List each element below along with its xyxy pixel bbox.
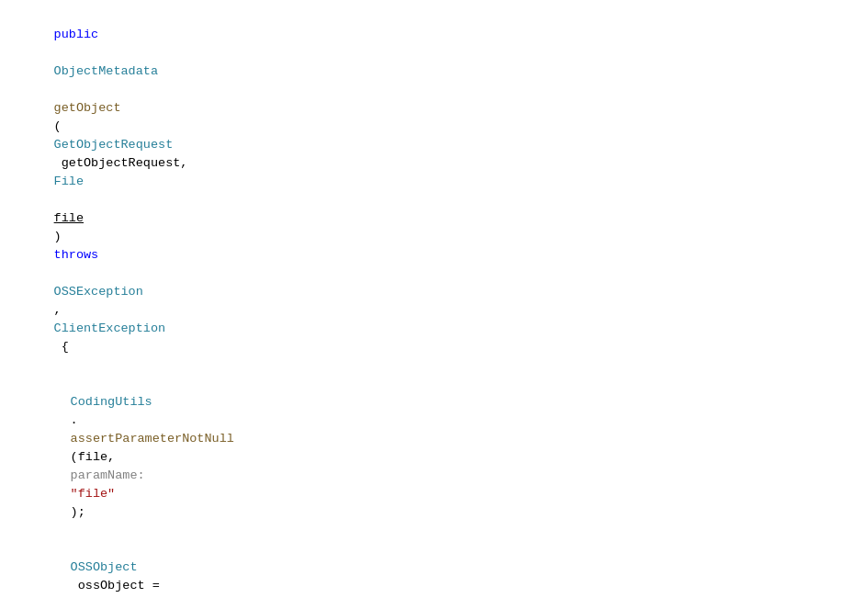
keyword-throws: throws: [54, 248, 99, 262]
type-objectmetadata: ObjectMetadata: [54, 64, 158, 78]
type-file: File: [54, 175, 84, 188]
type-clientexception: ClientException: [54, 322, 166, 335]
code-line-1: public ObjectMetadata getObject ( GetObj…: [0, 7, 868, 375]
param-file: file: [54, 211, 84, 225]
type-codingutils: CodingUtils: [71, 395, 152, 409]
code-viewer: public ObjectMetadata getObject ( GetObj…: [0, 0, 868, 598]
method-getobject: getObject: [54, 101, 121, 115]
method-assertparameter: assertParameterNotNull: [71, 432, 234, 446]
string-file: "file": [71, 487, 116, 501]
code-line-2: CodingUtils . assertParameterNotNull (fi…: [0, 375, 868, 540]
param-hint-paramname: paramName:: [71, 468, 152, 482]
type-ossobject: OSSObject: [71, 560, 138, 574]
type-ossexception: OSSException: [54, 285, 143, 299]
keyword-public: public: [54, 28, 99, 41]
code-line-3: OSSObject ossObject = this . getObject (…: [0, 540, 868, 598]
type-getobjectrequest: GetObjectRequest: [54, 138, 174, 152]
